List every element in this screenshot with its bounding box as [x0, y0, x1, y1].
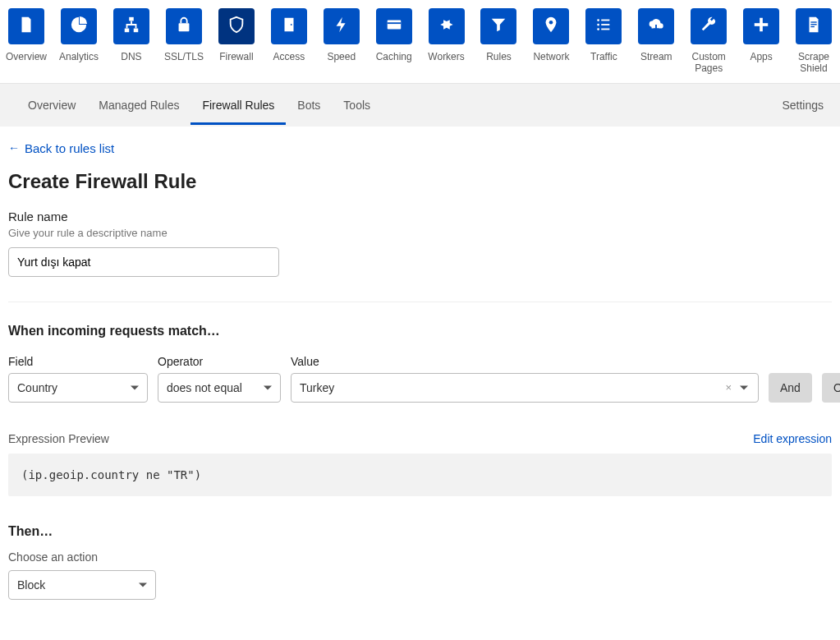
svg-rect-18 — [810, 24, 816, 25]
nav-rules[interactable]: Rules — [480, 8, 519, 83]
tab-bots[interactable]: Bots — [286, 85, 332, 125]
field-select[interactable]: Country — [8, 373, 148, 403]
page-title: Create Firewall Rule — [8, 170, 832, 193]
bolt-icon — [333, 16, 351, 37]
pin-icon — [542, 16, 560, 37]
back-to-rules-link[interactable]: ← Back to rules list — [8, 141, 832, 155]
value-label: Value — [291, 355, 759, 368]
nav-firewall[interactable]: Firewall — [217, 8, 256, 83]
arrow-left-icon: ← — [8, 141, 20, 154]
clipboard-icon — [17, 16, 35, 37]
nav-dns[interactable]: DNS — [112, 8, 151, 83]
tab-settings[interactable]: Settings — [782, 85, 824, 125]
rule-name-input[interactable] — [8, 247, 279, 277]
nav-workers[interactable]: Workers — [427, 8, 466, 83]
value-select[interactable]: Turkey × — [291, 373, 759, 403]
rule-builder-row: Field Country Operator does not equal Va… — [8, 355, 832, 403]
nav-speed[interactable]: Speed — [322, 8, 361, 83]
svg-rect-16 — [755, 23, 769, 26]
plus-icon — [752, 16, 770, 37]
operator-select[interactable]: does not equal — [158, 373, 281, 403]
and-button[interactable]: And — [769, 373, 812, 403]
list-icon — [594, 16, 613, 37]
svg-rect-10 — [602, 20, 610, 21]
svg-rect-1 — [125, 29, 130, 33]
cloud-icon — [647, 16, 665, 37]
funnel-icon — [489, 16, 507, 37]
svg-rect-4 — [284, 18, 293, 32]
content-area: ← Back to rules list Create Firewall Rul… — [0, 127, 840, 633]
shield-icon — [227, 16, 246, 37]
nav-scrape-shield[interactable]: ScrapeShield — [794, 8, 833, 83]
tab-tools[interactable]: Tools — [332, 85, 382, 125]
svg-rect-7 — [387, 22, 401, 24]
nav-access[interactable]: Access — [269, 8, 309, 83]
svg-point-13 — [598, 28, 600, 30]
svg-point-8 — [549, 21, 553, 25]
rule-name-label: Rule name — [8, 209, 832, 223]
svg-rect-12 — [602, 24, 610, 25]
nav-stream[interactable]: Stream — [636, 8, 676, 83]
action-label: Choose an action — [8, 550, 832, 564]
svg-rect-3 — [179, 23, 190, 31]
hex-icon — [438, 16, 456, 37]
tab-managed-rules[interactable]: Managed Rules — [87, 85, 190, 125]
clear-value-icon[interactable]: × — [725, 381, 732, 394]
card-icon — [385, 16, 403, 37]
nav-custom-pages-label: CustomPages — [692, 51, 726, 83]
lock-icon — [175, 16, 193, 37]
nav-traffic[interactable]: Traffic — [584, 8, 623, 83]
operator-label: Operator — [158, 355, 281, 368]
pie-icon — [70, 16, 88, 37]
then-heading: Then… — [8, 524, 832, 539]
svg-point-5 — [291, 24, 292, 25]
svg-rect-19 — [810, 26, 815, 27]
tab-overview[interactable]: Overview — [16, 85, 87, 125]
divider — [8, 302, 832, 302]
nav-apps[interactable]: Apps — [741, 8, 781, 83]
svg-point-11 — [598, 24, 600, 26]
doc-icon — [805, 16, 823, 37]
rule-name-help: Give your rule a descriptive name — [8, 227, 832, 239]
nav-custom-pages[interactable]: CustomPages — [689, 8, 728, 83]
nav-analytics[interactable]: Analytics — [59, 8, 99, 83]
edit-expression-link[interactable]: Edit expression — [753, 432, 832, 445]
svg-point-9 — [598, 19, 600, 21]
nav-caching[interactable]: Caching — [374, 8, 414, 83]
svg-rect-14 — [602, 29, 610, 30]
match-heading: When incoming requests match… — [8, 324, 832, 338]
svg-rect-6 — [387, 21, 401, 30]
tree-icon — [122, 16, 140, 37]
nav-overview[interactable]: Overview — [7, 8, 46, 83]
nav-ssl-tls[interactable]: SSL/TLS — [164, 8, 204, 83]
expression-preview-label: Expression Preview — [8, 432, 109, 445]
sub-nav: Overview Managed Rules Firewall Rules Bo… — [0, 84, 840, 127]
back-link-label: Back to rules list — [25, 141, 114, 155]
door-icon — [280, 16, 298, 37]
svg-rect-17 — [810, 21, 816, 22]
field-label: Field — [8, 355, 148, 368]
or-button[interactable]: Or — [822, 373, 840, 403]
nav-network[interactable]: Network — [531, 8, 571, 83]
top-nav: Overview Analytics DNS SSL/TLS Firewall … — [0, 0, 840, 84]
nav-scrape-shield-label: ScrapeShield — [798, 51, 829, 83]
wrench-icon — [700, 16, 718, 37]
svg-rect-2 — [134, 29, 139, 33]
expression-preview: (ip.geoip.country ne "TR") — [8, 454, 832, 496]
action-select[interactable]: Block — [8, 570, 156, 600]
tab-firewall-rules[interactable]: Firewall Rules — [190, 85, 286, 125]
svg-rect-0 — [129, 17, 134, 21]
